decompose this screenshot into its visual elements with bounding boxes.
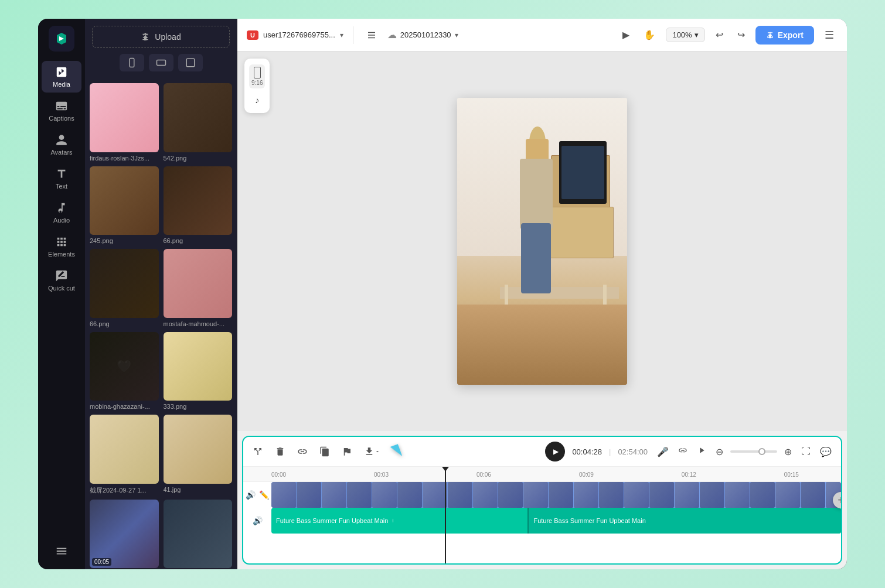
- list-item[interactable]: kristian-egelund-...: [164, 500, 233, 570]
- ruler-mark-0: 00:00: [271, 467, 286, 478]
- sidebar-item-quickcut[interactable]: Quick cut: [42, 265, 81, 296]
- list-item[interactable]: 66.png: [164, 166, 233, 245]
- media-item-label: 333.png: [164, 403, 233, 410]
- tiktok-option[interactable]: ♪: [253, 93, 261, 107]
- zoom-out-btn[interactable]: ⊖: [713, 444, 726, 460]
- comment-btn[interactable]: 💬: [818, 444, 834, 460]
- main-content: U user172676969755... ▾ ☁ 202501012330 ▾…: [237, 19, 847, 569]
- aspect-square-btn[interactable]: [178, 54, 203, 71]
- aspect-buttons: [92, 54, 230, 71]
- sidebar-item-elements[interactable]: Elements: [42, 231, 81, 262]
- list-item[interactable]: 245.png: [90, 166, 159, 245]
- split-btn[interactable]: [250, 444, 266, 459]
- video-track-content[interactable]: [271, 482, 841, 508]
- sidebar-item-media-label: Media: [53, 81, 70, 88]
- timeline-ruler: 00:00 00:03 00:06 00:09 00:12 00:15: [243, 467, 841, 482]
- zoom-level-btn[interactable]: 100% ▾: [666, 28, 704, 42]
- flag-btn[interactable]: [339, 444, 355, 459]
- list-item[interactable]: mostafa-mahmoud-...: [164, 249, 233, 327]
- list-item[interactable]: 41.jpg: [164, 415, 233, 495]
- redo-btn[interactable]: ↪: [734, 26, 748, 44]
- svg-rect-2: [186, 59, 195, 67]
- list-item[interactable]: 542.png: [164, 83, 233, 162]
- sidebar-item-text[interactable]: Text: [42, 163, 81, 194]
- audio-volume-btn-1[interactable]: 🔊: [253, 516, 263, 525]
- zoom-dropdown-arrow: ▾: [695, 30, 699, 39]
- track-controls-audio1: 🔊: [243, 516, 271, 525]
- media-item-label: mobina-ghazazani-...: [90, 403, 159, 410]
- audio-track-1-content[interactable]: Future Bass Summer Fun Upbeat Main 00:05…: [271, 508, 841, 534]
- audio-track-1-segment-2: Future Bass Summer Fun Upbeat Main: [527, 508, 841, 534]
- audio-track-1-label-2: Future Bass Summer Fun Upbeat Main: [533, 517, 645, 524]
- aspect-portrait-btn[interactable]: [120, 54, 144, 71]
- sidebar-item-audio[interactable]: Audio: [42, 197, 81, 228]
- sidebar-item-settings[interactable]: [42, 540, 81, 562]
- sidebar-item-media[interactable]: Media: [42, 61, 81, 93]
- zoom-in-btn[interactable]: ⊕: [782, 444, 794, 460]
- sidebar-item-audio-label: Audio: [53, 217, 70, 224]
- media-thumb: [90, 415, 159, 484]
- upload-button[interactable]: Upload: [92, 26, 230, 48]
- time-separator: |: [609, 447, 611, 456]
- zoom-thumb: [758, 448, 765, 455]
- zoom-value: 100%: [672, 30, 692, 39]
- cloud-icon: ☁: [387, 29, 397, 40]
- hamburger-menu-btn[interactable]: ☰: [821, 25, 838, 45]
- sidebar-item-avatars[interactable]: Avatars: [42, 129, 81, 160]
- undo-btn[interactable]: ↩: [712, 26, 727, 44]
- media-thumb: [164, 332, 233, 401]
- aspect-9-16-icon: [254, 67, 261, 78]
- track-controls-video: 🔊 ✏️: [243, 490, 271, 500]
- copy-btn[interactable]: [317, 444, 332, 459]
- preview-area: 9:16 ♪: [237, 52, 847, 431]
- timeline-toolbar: 00:04:28 | 02:54:00 🎤 ⊖ ⊕ ⛶: [243, 437, 841, 467]
- track-volume-btn[interactable]: 🔊: [246, 490, 256, 500]
- media-thumb: 00:05: [90, 500, 159, 569]
- top-bar: U user172676969755... ▾ ☁ 202501012330 ▾…: [237, 19, 847, 52]
- aspect-9-16-option[interactable]: 9:16: [249, 64, 265, 88]
- user-badge: U: [247, 30, 258, 40]
- media-header: Upload: [85, 19, 237, 78]
- list-item[interactable]: 00:05 anh-tu-n-7qlRJT...: [90, 500, 159, 570]
- list-item[interactable]: 🖤 mobina-ghazazani-...: [90, 332, 159, 411]
- play-mode-btn[interactable]: ▶: [619, 26, 633, 44]
- link-btn[interactable]: [676, 443, 690, 460]
- cursor-indicator: [392, 445, 400, 458]
- top-bar-right: ▶ ✋ 100% ▾ ↩ ↪ Export ☰: [619, 25, 838, 45]
- menu-icon-btn[interactable]: [363, 26, 380, 44]
- split-audio-btn[interactable]: [695, 443, 709, 460]
- list-item[interactable]: 333.png: [164, 332, 233, 411]
- project-dropdown-arrow[interactable]: ▾: [455, 31, 458, 39]
- media-thumb: [90, 166, 159, 235]
- media-thumb: [164, 500, 233, 569]
- delete-btn[interactable]: [273, 444, 288, 459]
- timeline-play-btn[interactable]: [545, 442, 565, 461]
- track-edit-btn[interactable]: ✏️: [259, 490, 269, 500]
- sidebar-item-captions[interactable]: Captions: [42, 95, 81, 127]
- sidebar-item-captions-label: Captions: [49, 115, 74, 122]
- mic-btn[interactable]: 🎤: [655, 444, 671, 460]
- list-item[interactable]: firdaus-roslan-3Jzs...: [90, 83, 159, 162]
- ruler-mark-4: 00:12: [682, 467, 696, 478]
- tiktok-icon: ♪: [255, 95, 259, 105]
- hand-tool-btn[interactable]: ✋: [640, 26, 659, 44]
- project-name: ☁ 202501012330 ▾: [387, 29, 458, 40]
- current-time: 00:04:28: [572, 447, 602, 456]
- media-grid: firdaus-roslan-3Jzs... 542.png 245.png 6…: [85, 78, 237, 569]
- list-item[interactable]: 66.png: [90, 249, 159, 327]
- media-thumb: [164, 166, 233, 235]
- export-button[interactable]: Export: [755, 26, 814, 45]
- fullscreen-btn[interactable]: ⛶: [799, 444, 813, 459]
- video-track-row: 🔊 ✏️: [243, 482, 841, 508]
- username-dropdown-arrow[interactable]: ▾: [340, 31, 343, 39]
- ruler-offset: [243, 467, 271, 481]
- media-thumb: [90, 249, 159, 318]
- ruler-marks: 00:00 00:03 00:06 00:09 00:12 00:15: [271, 467, 841, 481]
- audio-track-row-1: 🔊 Future Bass Summer Fun Upbeat Main 00:…: [243, 508, 841, 534]
- download-btn[interactable]: [362, 444, 383, 459]
- aspect-landscape-btn[interactable]: [149, 54, 173, 71]
- zoom-slider[interactable]: [730, 450, 777, 453]
- list-item[interactable]: 截屏2024-09-27 1...: [90, 415, 159, 495]
- timeline-area: 00:04:28 | 02:54:00 🎤 ⊖ ⊕ ⛶: [242, 436, 842, 565]
- unlink-btn[interactable]: [295, 444, 310, 459]
